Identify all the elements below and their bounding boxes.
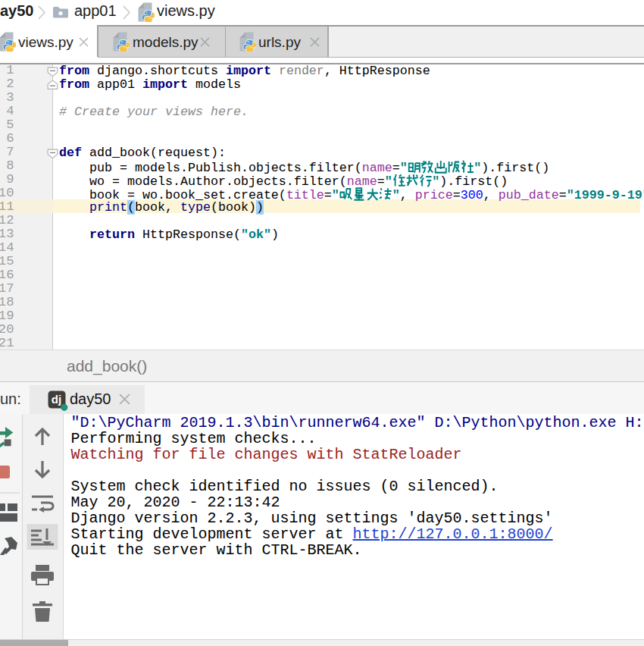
svg-text:dj: dj [52, 393, 61, 406]
